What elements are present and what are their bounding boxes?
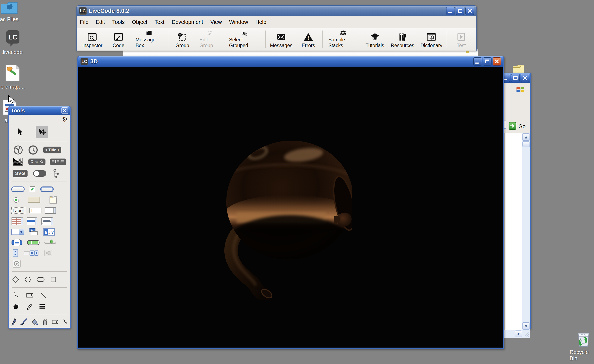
pencil-marker-icon xyxy=(466,51,469,53)
scroll-down-button[interactable]: ▼ xyxy=(522,322,530,330)
tabbed-panel-tool[interactable] xyxy=(49,196,57,204)
pointer-tool-selected[interactable] xyxy=(36,126,48,138)
progress-bar-tool[interactable] xyxy=(27,240,40,245)
maximize-button[interactable] xyxy=(456,7,464,15)
menu-edit[interactable]: Edit xyxy=(96,19,105,25)
list-field-tool[interactable] xyxy=(27,217,37,225)
gear-icon[interactable]: ⚙ xyxy=(62,116,68,123)
menu-window[interactable]: Window xyxy=(229,19,248,25)
rectangle-tool[interactable] xyxy=(50,276,57,283)
folder-icon[interactable] xyxy=(513,64,524,74)
graphic-fill-tool[interactable] xyxy=(12,303,20,310)
menu-text[interactable]: Text xyxy=(155,19,164,25)
label-tool[interactable]: Label: xyxy=(11,207,26,214)
line-graph-icon xyxy=(12,157,24,166)
svg-widget-tool[interactable]: SVG xyxy=(13,170,27,177)
header-bar-widget-tool[interactable]: < Title + xyxy=(43,146,61,153)
regular-polygon-tool[interactable] xyxy=(12,276,20,283)
navbar-widget-tool[interactable]: Ω ☆ xyxy=(28,159,46,165)
option-list-tool[interactable] xyxy=(41,217,53,225)
stack-minimize-button[interactable] xyxy=(473,57,482,66)
toolbar-code-button[interactable]: Code xyxy=(106,29,131,50)
scroll-up-button[interactable]: ▲ xyxy=(522,133,530,141)
popup-menu-tool[interactable] xyxy=(28,228,39,236)
toolbar-group-button[interactable]: Group xyxy=(169,29,195,50)
polygon-tool[interactable] xyxy=(25,292,34,299)
oval-tool[interactable] xyxy=(24,276,31,283)
combo-box-tool[interactable]: a I ∨ xyxy=(43,228,55,236)
close-button[interactable] xyxy=(466,7,474,15)
toolbar-inspector-button[interactable]: Inspector xyxy=(79,29,106,50)
toolbar-sample-stacks-button[interactable]: Sample Stacks xyxy=(324,29,362,50)
toolbar-edit-group-button[interactable]: Edit Group xyxy=(195,29,225,50)
browser-close-button[interactable] xyxy=(521,74,529,82)
stack-titlebar[interactable]: LC 3D xyxy=(78,56,503,67)
tree-widget-tool[interactable] xyxy=(52,169,60,178)
radio-button-tool[interactable] xyxy=(13,197,20,203)
media-controls-icon xyxy=(24,250,39,256)
graphic-line-weight-tool[interactable] xyxy=(39,303,46,310)
default-button-tool[interactable] xyxy=(40,186,54,192)
slider-tool[interactable] xyxy=(44,239,56,246)
toolbar-select-grouped-button[interactable]: Select Grouped xyxy=(225,29,264,50)
palette-titlebar[interactable]: Tools xyxy=(9,106,70,115)
toolbar-message-box-button[interactable]: >_ Message Box xyxy=(131,29,167,50)
stack-maximize-button[interactable] xyxy=(483,57,492,66)
paint-bucket-tool[interactable] xyxy=(31,318,39,326)
browser-maximize-button[interactable] xyxy=(511,74,520,82)
windows-flag-icon xyxy=(515,85,526,95)
stepper-tool[interactable] xyxy=(13,249,18,257)
toolbar-errors-button[interactable]: ! Errors xyxy=(296,29,321,50)
media-controls-tool[interactable] xyxy=(24,250,39,256)
dropdown-menu-tool[interactable]: ▾ xyxy=(11,229,24,235)
menu-view[interactable]: View xyxy=(210,19,222,25)
desktop-icon-remap-file[interactable]: eremap.... xyxy=(0,64,31,90)
table-field-tool[interactable] xyxy=(11,217,23,225)
go-button[interactable] xyxy=(509,122,516,130)
menu-tools[interactable]: Tools xyxy=(112,19,124,25)
switch-widget-tool[interactable] xyxy=(33,170,46,177)
player-tool[interactable] xyxy=(11,239,22,246)
graphic-pen-tool[interactable] xyxy=(26,303,32,310)
spray-can-tool[interactable] xyxy=(42,318,48,326)
scroll-right-button[interactable]: > xyxy=(515,331,522,337)
resize-grip-icon[interactable] xyxy=(524,331,529,337)
main-window-titlebar[interactable]: LC LiveCode 8.0.2 xyxy=(77,6,476,16)
toolbar-messages-button[interactable]: Messages xyxy=(267,29,296,50)
stack-close-button[interactable] xyxy=(493,57,501,66)
toolbar-tutorials-button[interactable]: Tutorials xyxy=(362,29,388,50)
minimize-button[interactable] xyxy=(446,7,455,15)
list-control-widget-tool[interactable] xyxy=(50,159,66,165)
button-tool[interactable] xyxy=(11,186,25,192)
browser-widget-tool[interactable] xyxy=(14,145,23,155)
menu-object[interactable]: Object xyxy=(132,19,147,25)
videoclip-tool[interactable] xyxy=(44,249,52,257)
rounded-rect-tool[interactable] xyxy=(36,276,45,283)
paint-brush-tool[interactable] xyxy=(20,318,27,326)
bevel-button-tool[interactable] xyxy=(28,197,40,203)
paint-curve-tool[interactable] xyxy=(62,318,68,325)
text-field-tool[interactable]: I xyxy=(29,208,41,213)
paint-pencil-tool[interactable] xyxy=(11,318,17,326)
paint-polygon-tool[interactable] xyxy=(51,318,59,325)
menu-development[interactable]: Development xyxy=(172,19,203,25)
toolbar-dictionary-button[interactable]: Dictionary xyxy=(417,29,446,50)
checkbox-tool[interactable]: ✔ xyxy=(30,186,35,192)
toolbar-test-button[interactable]: Test xyxy=(448,29,474,50)
toolbar-resources-button[interactable]: Resources xyxy=(388,29,418,50)
scrollbar-thumb[interactable] xyxy=(522,141,530,147)
desktop-icon-recycle-bin[interactable]: Recycle Bin xyxy=(570,331,594,361)
desktop-icon-livecode-file[interactable]: LC .livecode xyxy=(0,29,27,55)
browse-tool[interactable] xyxy=(17,128,24,136)
desktop-icon-mac-files[interactable]: ac Files xyxy=(0,1,23,22)
menu-file[interactable]: File xyxy=(80,19,88,25)
vertical-scrollbar[interactable]: ▲ ▼ xyxy=(522,133,530,330)
player-button-tool[interactable] xyxy=(13,260,21,268)
graph-widget-tool[interactable] xyxy=(12,157,24,166)
menu-help[interactable]: Help xyxy=(255,19,266,25)
palette-close-button[interactable] xyxy=(61,107,68,114)
line-tool[interactable] xyxy=(40,292,47,299)
clock-widget-tool[interactable] xyxy=(28,145,38,155)
scrolling-field-tool[interactable] xyxy=(45,207,56,214)
curve-tool[interactable] xyxy=(12,292,20,299)
